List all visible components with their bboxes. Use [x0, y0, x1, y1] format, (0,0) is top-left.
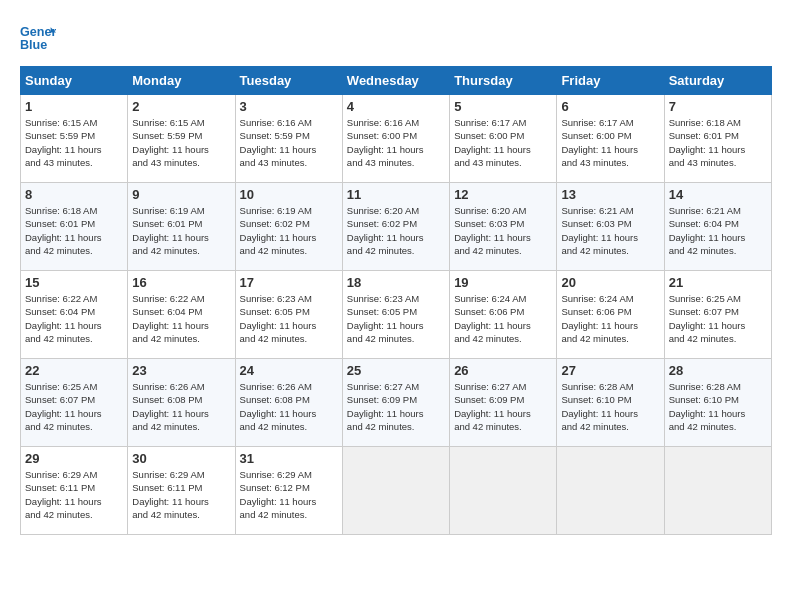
calendar-day-cell: 30 Sunrise: 6:29 AM Sunset: 6:11 PM Dayl… [128, 447, 235, 535]
day-info: Sunrise: 6:28 AM Sunset: 6:10 PM Dayligh… [669, 380, 767, 433]
day-number: 2 [132, 99, 230, 114]
day-info: Sunrise: 6:15 AM Sunset: 5:59 PM Dayligh… [25, 116, 123, 169]
calendar-week-row: 22 Sunrise: 6:25 AM Sunset: 6:07 PM Dayl… [21, 359, 772, 447]
calendar-day-header: Wednesday [342, 67, 449, 95]
calendar-body: 1 Sunrise: 6:15 AM Sunset: 5:59 PM Dayli… [21, 95, 772, 535]
day-info: Sunrise: 6:17 AM Sunset: 6:00 PM Dayligh… [454, 116, 552, 169]
day-number: 5 [454, 99, 552, 114]
day-info: Sunrise: 6:18 AM Sunset: 6:01 PM Dayligh… [25, 204, 123, 257]
day-info: Sunrise: 6:16 AM Sunset: 5:59 PM Dayligh… [240, 116, 338, 169]
calendar-day-cell [342, 447, 449, 535]
calendar-week-row: 1 Sunrise: 6:15 AM Sunset: 5:59 PM Dayli… [21, 95, 772, 183]
calendar-day-cell [557, 447, 664, 535]
day-number: 31 [240, 451, 338, 466]
day-number: 10 [240, 187, 338, 202]
day-number: 4 [347, 99, 445, 114]
calendar-day-cell: 23 Sunrise: 6:26 AM Sunset: 6:08 PM Dayl… [128, 359, 235, 447]
calendar-day-cell: 25 Sunrise: 6:27 AM Sunset: 6:09 PM Dayl… [342, 359, 449, 447]
day-info: Sunrise: 6:21 AM Sunset: 6:04 PM Dayligh… [669, 204, 767, 257]
calendar-day-cell: 28 Sunrise: 6:28 AM Sunset: 6:10 PM Dayl… [664, 359, 771, 447]
calendar-day-cell: 5 Sunrise: 6:17 AM Sunset: 6:00 PM Dayli… [450, 95, 557, 183]
calendar-day-cell [664, 447, 771, 535]
day-number: 3 [240, 99, 338, 114]
calendar-day-cell: 8 Sunrise: 6:18 AM Sunset: 6:01 PM Dayli… [21, 183, 128, 271]
calendar-day-cell: 4 Sunrise: 6:16 AM Sunset: 6:00 PM Dayli… [342, 95, 449, 183]
day-info: Sunrise: 6:24 AM Sunset: 6:06 PM Dayligh… [454, 292, 552, 345]
calendar-day-header: Tuesday [235, 67, 342, 95]
day-info: Sunrise: 6:19 AM Sunset: 6:02 PM Dayligh… [240, 204, 338, 257]
calendar-day-cell [450, 447, 557, 535]
calendar-day-cell: 12 Sunrise: 6:20 AM Sunset: 6:03 PM Dayl… [450, 183, 557, 271]
calendar-day-cell: 21 Sunrise: 6:25 AM Sunset: 6:07 PM Dayl… [664, 271, 771, 359]
day-info: Sunrise: 6:22 AM Sunset: 6:04 PM Dayligh… [132, 292, 230, 345]
day-number: 27 [561, 363, 659, 378]
day-info: Sunrise: 6:29 AM Sunset: 6:11 PM Dayligh… [132, 468, 230, 521]
day-number: 28 [669, 363, 767, 378]
calendar-day-cell: 7 Sunrise: 6:18 AM Sunset: 6:01 PM Dayli… [664, 95, 771, 183]
day-number: 17 [240, 275, 338, 290]
day-info: Sunrise: 6:29 AM Sunset: 6:11 PM Dayligh… [25, 468, 123, 521]
day-number: 20 [561, 275, 659, 290]
calendar-week-row: 8 Sunrise: 6:18 AM Sunset: 6:01 PM Dayli… [21, 183, 772, 271]
day-number: 24 [240, 363, 338, 378]
day-info: Sunrise: 6:22 AM Sunset: 6:04 PM Dayligh… [25, 292, 123, 345]
calendar-day-cell: 26 Sunrise: 6:27 AM Sunset: 6:09 PM Dayl… [450, 359, 557, 447]
calendar-day-cell: 16 Sunrise: 6:22 AM Sunset: 6:04 PM Dayl… [128, 271, 235, 359]
day-info: Sunrise: 6:17 AM Sunset: 6:00 PM Dayligh… [561, 116, 659, 169]
calendar-day-cell: 31 Sunrise: 6:29 AM Sunset: 6:12 PM Dayl… [235, 447, 342, 535]
calendar-day-header: Saturday [664, 67, 771, 95]
calendar-day-cell: 22 Sunrise: 6:25 AM Sunset: 6:07 PM Dayl… [21, 359, 128, 447]
day-number: 21 [669, 275, 767, 290]
day-number: 25 [347, 363, 445, 378]
calendar-header-row: SundayMondayTuesdayWednesdayThursdayFrid… [21, 67, 772, 95]
calendar-day-cell: 9 Sunrise: 6:19 AM Sunset: 6:01 PM Dayli… [128, 183, 235, 271]
calendar-day-cell: 6 Sunrise: 6:17 AM Sunset: 6:00 PM Dayli… [557, 95, 664, 183]
day-info: Sunrise: 6:29 AM Sunset: 6:12 PM Dayligh… [240, 468, 338, 521]
day-number: 1 [25, 99, 123, 114]
day-info: Sunrise: 6:28 AM Sunset: 6:10 PM Dayligh… [561, 380, 659, 433]
calendar-day-cell: 17 Sunrise: 6:23 AM Sunset: 6:05 PM Dayl… [235, 271, 342, 359]
day-number: 15 [25, 275, 123, 290]
day-number: 22 [25, 363, 123, 378]
calendar-day-cell: 19 Sunrise: 6:24 AM Sunset: 6:06 PM Dayl… [450, 271, 557, 359]
day-number: 13 [561, 187, 659, 202]
calendar-day-cell: 27 Sunrise: 6:28 AM Sunset: 6:10 PM Dayl… [557, 359, 664, 447]
day-number: 6 [561, 99, 659, 114]
day-info: Sunrise: 6:26 AM Sunset: 6:08 PM Dayligh… [132, 380, 230, 433]
calendar-day-cell: 1 Sunrise: 6:15 AM Sunset: 5:59 PM Dayli… [21, 95, 128, 183]
calendar-day-cell: 2 Sunrise: 6:15 AM Sunset: 5:59 PM Dayli… [128, 95, 235, 183]
day-info: Sunrise: 6:27 AM Sunset: 6:09 PM Dayligh… [454, 380, 552, 433]
calendar-day-cell: 20 Sunrise: 6:24 AM Sunset: 6:06 PM Dayl… [557, 271, 664, 359]
day-info: Sunrise: 6:24 AM Sunset: 6:06 PM Dayligh… [561, 292, 659, 345]
day-number: 12 [454, 187, 552, 202]
day-number: 30 [132, 451, 230, 466]
calendar-day-cell: 11 Sunrise: 6:20 AM Sunset: 6:02 PM Dayl… [342, 183, 449, 271]
logo: General Blue [20, 20, 60, 56]
day-info: Sunrise: 6:27 AM Sunset: 6:09 PM Dayligh… [347, 380, 445, 433]
day-info: Sunrise: 6:25 AM Sunset: 6:07 PM Dayligh… [25, 380, 123, 433]
calendar-week-row: 15 Sunrise: 6:22 AM Sunset: 6:04 PM Dayl… [21, 271, 772, 359]
calendar-day-header: Monday [128, 67, 235, 95]
calendar-day-header: Sunday [21, 67, 128, 95]
day-number: 11 [347, 187, 445, 202]
day-number: 16 [132, 275, 230, 290]
page-header: General Blue [20, 20, 772, 56]
day-number: 8 [25, 187, 123, 202]
calendar-day-cell: 13 Sunrise: 6:21 AM Sunset: 6:03 PM Dayl… [557, 183, 664, 271]
calendar-day-cell: 10 Sunrise: 6:19 AM Sunset: 6:02 PM Dayl… [235, 183, 342, 271]
day-info: Sunrise: 6:19 AM Sunset: 6:01 PM Dayligh… [132, 204, 230, 257]
day-number: 18 [347, 275, 445, 290]
day-number: 19 [454, 275, 552, 290]
day-info: Sunrise: 6:23 AM Sunset: 6:05 PM Dayligh… [240, 292, 338, 345]
calendar-day-cell: 15 Sunrise: 6:22 AM Sunset: 6:04 PM Dayl… [21, 271, 128, 359]
day-number: 26 [454, 363, 552, 378]
calendar-table: SundayMondayTuesdayWednesdayThursdayFrid… [20, 66, 772, 535]
day-info: Sunrise: 6:23 AM Sunset: 6:05 PM Dayligh… [347, 292, 445, 345]
day-info: Sunrise: 6:25 AM Sunset: 6:07 PM Dayligh… [669, 292, 767, 345]
day-info: Sunrise: 6:26 AM Sunset: 6:08 PM Dayligh… [240, 380, 338, 433]
calendar-day-cell: 14 Sunrise: 6:21 AM Sunset: 6:04 PM Dayl… [664, 183, 771, 271]
day-number: 23 [132, 363, 230, 378]
day-number: 9 [132, 187, 230, 202]
day-info: Sunrise: 6:16 AM Sunset: 6:00 PM Dayligh… [347, 116, 445, 169]
svg-text:Blue: Blue [20, 38, 47, 52]
